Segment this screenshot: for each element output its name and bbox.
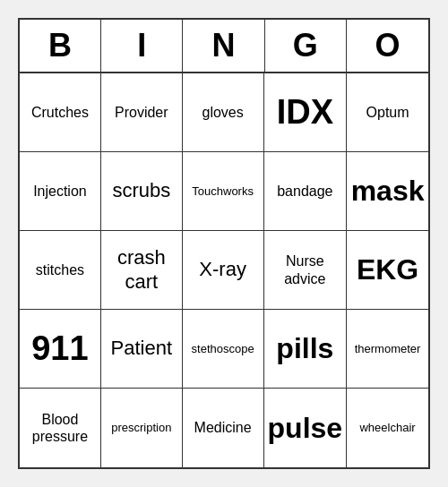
bingo-cell-8: bandage (264, 152, 348, 231)
bingo-cell-text-24: wheelchair (359, 421, 415, 435)
bingo-cell-12: X-ray (183, 231, 264, 310)
bingo-cell-text-22: Medicine (194, 419, 252, 436)
bingo-cell-15: 911 (20, 310, 101, 389)
bingo-grid: CrutchesProviderglovesIDXOptumInjections… (20, 73, 428, 467)
bingo-cell-text-21: prescription (111, 421, 171, 435)
bingo-cell-3: IDX (264, 73, 348, 152)
bingo-cell-10: stitches (20, 231, 101, 310)
bingo-cell-text-17: stethoscope (192, 342, 254, 356)
bingo-cell-18: pills (264, 310, 348, 389)
bingo-cell-text-3: IDX (277, 92, 333, 133)
bingo-cell-text-14: EKG (357, 252, 418, 286)
bingo-cell-23: pulse (264, 389, 348, 467)
bingo-card: BINGO CrutchesProviderglovesIDXOptumInje… (18, 18, 430, 469)
bingo-cell-text-23: pulse (268, 411, 343, 445)
bingo-cell-13: Nurse advice (264, 231, 348, 310)
bingo-cell-text-5: Injection (33, 183, 87, 200)
bingo-cell-2: gloves (183, 73, 264, 152)
bingo-cell-text-12: X-ray (199, 258, 246, 281)
bingo-cell-5: Injection (20, 152, 101, 231)
bingo-cell-text-18: pills (276, 331, 333, 365)
header-letter-i: I (101, 20, 183, 72)
bingo-cell-14: EKG (347, 231, 428, 310)
bingo-cell-20: Blood pressure (20, 389, 101, 467)
bingo-cell-text-0: Crutches (31, 104, 89, 121)
bingo-cell-24: wheelchair (347, 389, 428, 467)
bingo-cell-text-2: gloves (202, 104, 244, 121)
bingo-cell-text-11: crash cart (105, 246, 178, 294)
bingo-cell-21: prescription (101, 389, 183, 467)
bingo-cell-text-10: stitches (36, 261, 84, 278)
bingo-cell-text-1: Provider (115, 104, 168, 121)
bingo-cell-text-13: Nurse advice (268, 252, 343, 286)
header-letter-b: B (20, 20, 101, 72)
header-letter-n: N (183, 20, 264, 72)
bingo-cell-17: stethoscope (183, 310, 264, 389)
bingo-cell-11: crash cart (101, 231, 183, 310)
bingo-cell-22: Medicine (183, 389, 264, 467)
bingo-cell-16: Patient (101, 310, 183, 389)
bingo-cell-text-4: Optum (366, 104, 409, 121)
bingo-cell-4: Optum (347, 73, 428, 152)
bingo-cell-text-15: 911 (31, 329, 88, 370)
bingo-cell-19: thermometer (347, 310, 428, 389)
header-letter-g: G (265, 20, 347, 72)
bingo-cell-1: Provider (101, 73, 183, 152)
bingo-cell-9: mask (347, 152, 428, 231)
bingo-cell-text-9: mask (351, 174, 425, 208)
bingo-cell-text-20: Blood pressure (23, 411, 97, 445)
bingo-cell-text-8: bandage (277, 183, 332, 200)
bingo-cell-text-16: Patient (111, 337, 173, 360)
bingo-cell-7: Touchworks (183, 152, 264, 231)
bingo-cell-text-7: Touchworks (192, 184, 254, 199)
bingo-cell-6: scrubs (101, 152, 183, 231)
bingo-cell-text-6: scrubs (112, 179, 170, 202)
bingo-header: BINGO (20, 20, 428, 73)
header-letter-o: O (347, 20, 428, 72)
bingo-cell-text-19: thermometer (355, 342, 421, 356)
bingo-cell-0: Crutches (20, 73, 101, 152)
